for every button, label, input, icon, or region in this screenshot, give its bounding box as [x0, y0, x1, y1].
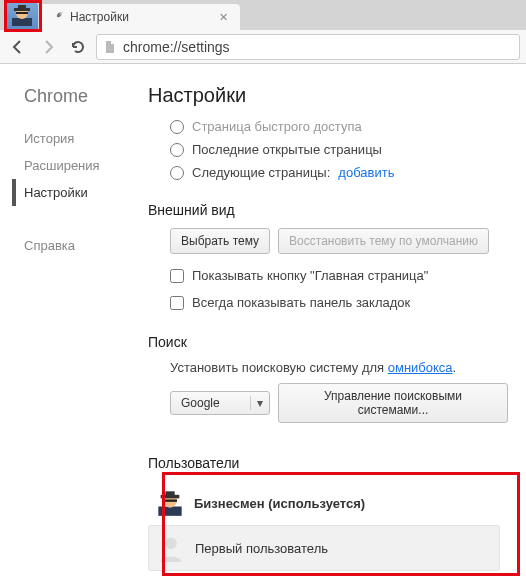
tab-strip: Настройки ✕	[0, 0, 526, 30]
tab-close-button[interactable]: ✕	[217, 11, 230, 24]
search-text-suffix: .	[453, 360, 457, 375]
appearance-title: Внешний вид	[148, 202, 508, 218]
search-description: Установить поисковую систему для омнибок…	[148, 360, 508, 375]
show-home-label: Показывать кнопку "Главная страница"	[192, 268, 428, 283]
manage-search-button[interactable]: Управление поисковыми системами...	[278, 383, 508, 423]
businessman-avatar-icon	[10, 4, 34, 28]
reload-button[interactable]	[66, 35, 90, 59]
main: Настройки Страница быстрого доступа Посл…	[130, 64, 526, 580]
radio-last-pages[interactable]	[170, 143, 184, 157]
omnibox[interactable]: chrome://settings	[96, 34, 520, 60]
show-bookmarks-checkbox[interactable]	[170, 296, 184, 310]
svg-rect-0	[12, 18, 32, 26]
startup-fast-label: Страница быстрого доступа	[192, 119, 362, 134]
page-icon	[103, 40, 117, 54]
radio-set-pages[interactable]	[170, 166, 184, 180]
show-bookmarks-row[interactable]: Всегда показывать панель закладок	[148, 289, 508, 316]
arrow-right-icon	[40, 39, 56, 55]
omnibox-link[interactable]: омнибокса	[388, 360, 453, 375]
page-title: Настройки	[148, 84, 508, 107]
sidebar-item-help[interactable]: Справка	[12, 232, 130, 259]
startup-add-link[interactable]: добавить	[338, 165, 394, 180]
svg-rect-3	[18, 5, 26, 9]
user-row-current[interactable]: Бизнесмен (используется)	[148, 481, 500, 525]
show-home-row[interactable]: Показывать кнопку "Главная страница"	[148, 262, 508, 289]
user-other-label: Первый пользователь	[195, 541, 328, 556]
users-section: Пользователи Бизнесмен (используется) Пе…	[140, 449, 508, 573]
sidebar-brand: Chrome	[24, 86, 130, 107]
user-current-label: Бизнесмен (используется)	[194, 496, 365, 511]
search-engine-value: Google	[181, 396, 220, 410]
wrench-icon	[50, 10, 64, 24]
back-button[interactable]	[6, 35, 30, 59]
reload-icon	[70, 39, 86, 55]
silhouette-avatar-icon	[157, 534, 185, 562]
tab-title: Настройки	[70, 10, 217, 24]
svg-rect-8	[165, 491, 174, 496]
arrow-left-icon	[10, 39, 26, 55]
users-title: Пользователи	[148, 455, 500, 471]
startup-last-label: Последние открытые страницы	[192, 142, 382, 157]
svg-rect-4	[16, 12, 28, 14]
startup-pages-prefix: Следующие страницы:	[192, 165, 330, 180]
content: Chrome История Расширения Настройки Спра…	[0, 64, 526, 580]
show-bookmarks-label: Всегда показывать панель закладок	[192, 295, 410, 310]
reset-theme-button[interactable]: Восстановить тему по умолчанию	[278, 228, 489, 254]
forward-button[interactable]	[36, 35, 60, 59]
startup-option-last[interactable]: Последние открытые страницы	[148, 138, 508, 161]
choose-theme-button[interactable]: Выбрать тему	[170, 228, 270, 254]
toolbar: chrome://settings	[0, 30, 526, 64]
svg-rect-9	[163, 500, 177, 502]
svg-rect-5	[158, 507, 181, 516]
appearance-section: Внешний вид Выбрать тему Восстановить те…	[148, 202, 508, 316]
search-engine-select[interactable]: Google ▾	[170, 391, 270, 415]
svg-point-10	[165, 538, 177, 550]
browser-tab[interactable]: Настройки ✕	[40, 4, 240, 30]
businessman-avatar-icon	[156, 489, 184, 517]
chevron-down-icon: ▾	[250, 396, 263, 410]
startup-option-pages[interactable]: Следующие страницы: добавить	[148, 161, 508, 184]
search-text-prefix: Установить поисковую систему для	[170, 360, 388, 375]
omnibox-url: chrome://settings	[123, 39, 230, 55]
sidebar: Chrome История Расширения Настройки Спра…	[0, 64, 130, 580]
profile-avatar-button[interactable]	[6, 2, 38, 30]
search-section: Поиск Установить поисковую систему для о…	[148, 334, 508, 423]
radio-fast-access[interactable]	[170, 120, 184, 134]
sidebar-item-extensions[interactable]: Расширения	[12, 152, 130, 179]
startup-option-fast[interactable]: Страница быстрого доступа	[148, 115, 508, 138]
sidebar-item-history[interactable]: История	[12, 125, 130, 152]
user-row-other[interactable]: Первый пользователь	[148, 525, 500, 571]
show-home-checkbox[interactable]	[170, 269, 184, 283]
search-title: Поиск	[148, 334, 508, 350]
sidebar-item-settings[interactable]: Настройки	[12, 179, 130, 206]
